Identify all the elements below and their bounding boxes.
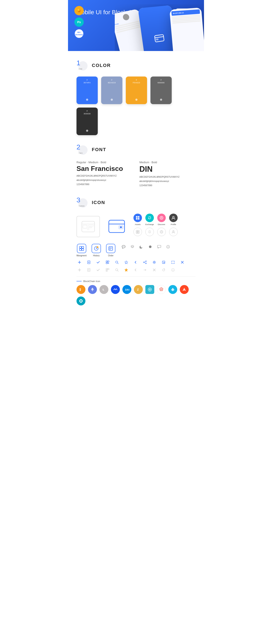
resize-icon — [170, 259, 176, 265]
svg-rect-34 — [80, 249, 82, 250]
screens-badge: 60+Screens — [74, 29, 84, 38]
svg-text:Ł: Ł — [103, 288, 104, 291]
speech-bubble-icon — [156, 244, 162, 250]
management-icon-item: Mangment — [76, 244, 86, 257]
svg-rect-41 — [158, 245, 161, 248]
din-name: DIN — [140, 165, 196, 174]
svg-rect-26 — [138, 230, 139, 232]
star-orange-icon — [123, 267, 129, 273]
svg-point-22 — [161, 218, 162, 218]
din-upper: ABCDEFGHIJKLMNOPQRSTUVWXYZ — [140, 175, 196, 179]
color-number-wrap: 1 ONE — [76, 60, 88, 72]
svg-marker-67 — [91, 288, 94, 290]
arrows-ghost-icon — [142, 267, 148, 273]
svg-rect-19 — [136, 218, 138, 220]
sf-name: San Francisco — [76, 165, 132, 172]
font-number-wrap: 2 TWO — [76, 144, 88, 156]
named-icons-wrap: Assets Exchange Discover — [134, 214, 196, 240]
svg-point-80 — [79, 299, 83, 303]
named-icons-ghost-row — [134, 228, 196, 236]
icon-number-wrap: 3 THREE — [76, 196, 88, 208]
settings-icon — [151, 259, 157, 265]
assets-icon — [134, 214, 142, 222]
font-title: FONT — [92, 147, 106, 152]
reload-ghost-icon — [161, 267, 166, 273]
named-icons-colored-row: Assets Exchange Discover — [134, 214, 196, 226]
svg-marker-52 — [125, 261, 128, 264]
ltc-icon: Ł — [100, 285, 108, 294]
history-icon-item: ! History — [92, 244, 101, 257]
info-ghost-icon — [170, 267, 176, 273]
svg-marker-75 — [160, 288, 162, 290]
font-section-header: 2 TWO FONT — [76, 144, 196, 156]
color-section-header: 1 ONE COLOR — [76, 60, 196, 72]
din-styles: Medium · Bold — [140, 161, 196, 164]
zec-icon: Z — [134, 285, 143, 294]
exchange-ghost-icon — [145, 228, 154, 236]
svg-marker-76 — [171, 288, 174, 291]
swatch-orange: #F5A623 — [126, 76, 147, 104]
ps-badge: Ps — [74, 18, 84, 27]
phone-right: $6,297,502.12 — [169, 8, 204, 51]
share-icon — [142, 259, 148, 265]
svg-point-43 — [168, 246, 168, 246]
svg-rect-49 — [108, 263, 109, 264]
hero-section: Mobile UI for Blockchain Wallet UI Kit P… — [68, 0, 204, 51]
svg-text:DASH: DASH — [125, 288, 130, 291]
profile-icon-named: Profile — [169, 214, 178, 226]
font-sub: TWO — [78, 152, 83, 154]
dash-icon: DASH — [122, 285, 131, 294]
discover-ghost-icon — [157, 228, 166, 236]
star-icon — [123, 259, 129, 265]
svg-rect-48 — [108, 262, 108, 263]
assets-ghost-icon — [134, 228, 142, 236]
din-lower: abcdefghijklmnopqrstuvwxyz — [140, 180, 196, 183]
swatch-dark: #303030 — [76, 108, 98, 135]
sketch-badge — [74, 6, 84, 15]
svg-text:₿: ₿ — [80, 288, 81, 291]
svg-rect-7 — [156, 38, 158, 40]
svg-point-30 — [161, 232, 162, 232]
sf-upper: ABCDEFGHIJKLMNOPQRSTUVWXYZ — [76, 174, 132, 178]
profile-icon — [169, 214, 178, 222]
profile-ghost-icon — [169, 228, 178, 236]
sf-lower: abcdefghijklmnopqrstuvwxyz — [76, 178, 132, 182]
sf-styles: Regular · Medium · Bold — [76, 161, 132, 164]
divider — [76, 276, 196, 276]
svg-rect-33 — [82, 246, 84, 248]
phones-area: Profile $6,297,502.12 — [115, 4, 204, 51]
svg-rect-27 — [136, 232, 138, 233]
svg-point-29 — [160, 230, 163, 233]
moon-icon — [138, 244, 144, 250]
svg-point-55 — [146, 263, 146, 264]
font-din-block: Medium · Bold DIN ABCDEFGHIJKLMNOPQRSTUV… — [140, 161, 196, 188]
icon-main-row: Assets Exchange Discover — [76, 214, 196, 240]
discover-icon — [157, 214, 166, 222]
check-ghost-icon — [95, 267, 101, 273]
svg-rect-61 — [106, 270, 107, 272]
hero-badges: Ps 60+Screens — [74, 6, 84, 38]
svg-point-65 — [173, 269, 173, 270]
misc-icons-row1: 💬 — [120, 244, 196, 250]
doc-ghost-icon — [86, 267, 92, 273]
misc-icons-block: 💬 — [120, 244, 196, 257]
check-icon — [95, 259, 101, 265]
icon-sub: THREE — [78, 205, 85, 207]
svg-marker-63 — [125, 268, 128, 272]
svg-rect-47 — [106, 262, 107, 264]
svg-rect-59 — [106, 268, 107, 270]
svg-rect-25 — [136, 230, 138, 232]
history-icon-box: ! — [92, 244, 101, 253]
management-icon-box — [77, 244, 86, 253]
svg-rect-45 — [106, 261, 107, 262]
circle-icon — [147, 244, 153, 250]
svg-rect-60 — [108, 268, 109, 270]
svg-point-24 — [172, 216, 174, 218]
color-swatches: #3574FA #8DA0C8 #F5A623 #666666 #303030 — [76, 76, 196, 135]
svg-marker-77 — [182, 288, 186, 291]
svg-rect-32 — [80, 246, 82, 248]
layers-icon — [130, 244, 135, 250]
svg-rect-6 — [154, 34, 164, 42]
blockchain-label: BlockChain Icon — [76, 280, 196, 282]
svg-rect-35 — [82, 249, 84, 250]
